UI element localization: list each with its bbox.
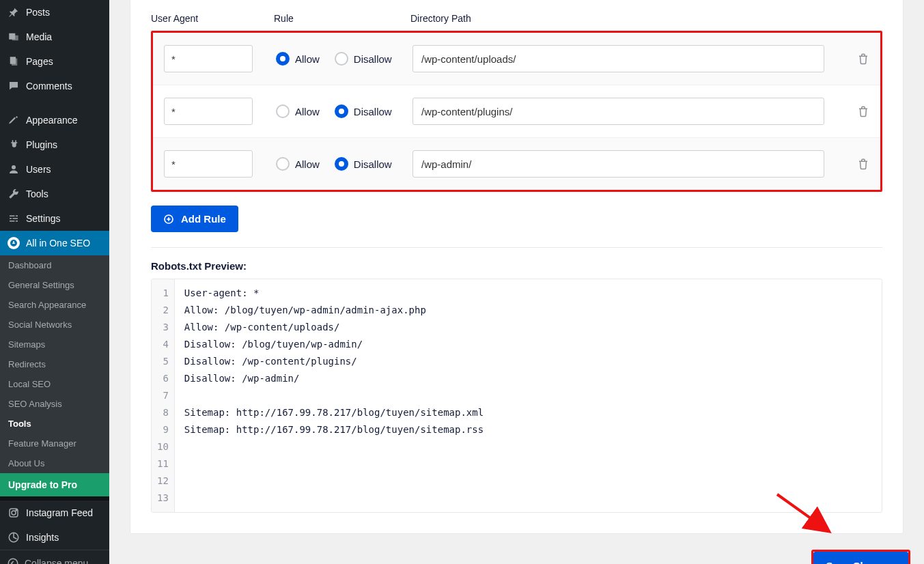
nav-users[interactable]: Users bbox=[0, 157, 109, 182]
user-agent-input[interactable] bbox=[164, 150, 253, 178]
nav-label: Instagram Feed bbox=[26, 507, 93, 518]
nav-label: Settings bbox=[26, 213, 61, 224]
code-lines: User-agent: *Allow: /blog/tuyen/wp-admin… bbox=[175, 279, 493, 512]
collapse-icon bbox=[7, 557, 19, 564]
main-content: User Agent Rule Directory Path AllowDisa… bbox=[109, 0, 924, 564]
rule-disallow-radio[interactable]: Disallow bbox=[335, 52, 392, 66]
submenu-item[interactable]: Feature Manager bbox=[0, 434, 109, 453]
submenu-item[interactable]: About Us bbox=[0, 453, 109, 473]
nav-aioseo[interactable]: All in One SEO bbox=[0, 231, 109, 255]
robots-preview-label: Robots.txt Preview: bbox=[151, 260, 882, 272]
insights-icon bbox=[7, 531, 20, 544]
rule-allow-radio[interactable]: Allow bbox=[276, 104, 320, 118]
svg-point-7 bbox=[16, 510, 17, 511]
delete-rule-button[interactable] bbox=[846, 105, 880, 117]
nav-label: Pages bbox=[26, 56, 53, 67]
nav-posts[interactable]: Posts bbox=[0, 0, 109, 25]
rule-row: AllowDisallow bbox=[153, 33, 880, 85]
admin-sidebar: Posts Media Pages Comments Appearance Pl… bbox=[0, 0, 109, 564]
brush-icon bbox=[7, 113, 20, 127]
user-icon bbox=[7, 163, 20, 176]
submenu-item[interactable]: Redirects bbox=[0, 354, 109, 374]
user-agent-input[interactable] bbox=[164, 45, 253, 72]
submenu-item[interactable]: Dashboard bbox=[0, 255, 109, 275]
nav-label: All in One SEO bbox=[26, 238, 90, 249]
plug-icon bbox=[7, 138, 20, 152]
nav-label: Media bbox=[26, 31, 52, 42]
directory-path-input[interactable] bbox=[412, 45, 824, 72]
submenu-item[interactable]: Local SEO bbox=[0, 374, 109, 394]
nav-tools[interactable]: Tools bbox=[0, 182, 109, 206]
nav-label: Insights bbox=[26, 532, 59, 543]
wrench-icon bbox=[7, 187, 20, 201]
nav-label: Users bbox=[26, 164, 51, 175]
rule-disallow-radio[interactable]: Disallow bbox=[335, 104, 392, 118]
svg-point-4 bbox=[12, 165, 16, 169]
submenu-item[interactable]: Tools bbox=[0, 414, 109, 434]
user-agent-input[interactable] bbox=[164, 98, 253, 125]
media-icon bbox=[7, 30, 20, 44]
add-rule-label: Add Rule bbox=[181, 213, 226, 225]
nav-insights[interactable]: Insights bbox=[0, 525, 109, 550]
comments-icon bbox=[7, 79, 20, 93]
svg-point-6 bbox=[12, 511, 16, 515]
pin-icon bbox=[7, 5, 20, 19]
collapse-label: Collapse menu bbox=[25, 558, 88, 564]
save-changes-button[interactable]: Save Changes bbox=[813, 552, 908, 564]
nav-label: Comments bbox=[26, 81, 72, 91]
submenu-item[interactable]: General Settings bbox=[0, 275, 109, 295]
rule-row: AllowDisallow bbox=[153, 85, 880, 137]
col-header-user-agent: User Agent bbox=[151, 13, 274, 24]
sliders-icon bbox=[7, 212, 20, 225]
plus-circle-icon bbox=[163, 214, 174, 225]
nav-media[interactable]: Media bbox=[0, 25, 109, 49]
robots-preview: 12345678910111213 User-agent: *Allow: /b… bbox=[151, 279, 882, 513]
directory-path-input[interactable] bbox=[412, 150, 824, 178]
rule-row: AllowDisallow bbox=[153, 137, 880, 190]
col-header-rule: Rule bbox=[274, 13, 410, 24]
directory-path-input[interactable] bbox=[412, 98, 824, 125]
nav-appearance[interactable]: Appearance bbox=[0, 108, 109, 132]
line-gutter: 12345678910111213 bbox=[152, 279, 175, 512]
rules-table-header: User Agent Rule Directory Path bbox=[151, 13, 882, 31]
rule-disallow-radio[interactable]: Disallow bbox=[335, 157, 392, 171]
collapse-menu[interactable]: Collapse menu bbox=[0, 550, 109, 564]
nav-settings[interactable]: Settings bbox=[0, 206, 109, 231]
nav-comments[interactable]: Comments bbox=[0, 74, 109, 98]
save-changes-highlight: Save Changes bbox=[811, 550, 910, 564]
submenu-item[interactable]: SEO Analysis bbox=[0, 394, 109, 414]
rule-allow-radio[interactable]: Allow bbox=[276, 52, 320, 66]
nav-label: Tools bbox=[26, 188, 48, 199]
instagram-icon bbox=[7, 506, 20, 520]
pages-icon bbox=[7, 55, 20, 68]
nav-label: Appearance bbox=[26, 115, 78, 126]
nav-label: Plugins bbox=[26, 139, 57, 150]
nav-label: Posts bbox=[26, 7, 50, 18]
add-rule-button[interactable]: Add Rule bbox=[151, 206, 238, 232]
submenu-item[interactable]: Search Appearance bbox=[0, 295, 109, 315]
svg-rect-1 bbox=[12, 36, 18, 41]
rules-highlight: AllowDisallowAllowDisallowAllowDisallow bbox=[151, 31, 882, 192]
aioseo-icon bbox=[7, 236, 20, 250]
submenu-item[interactable]: Sitemaps bbox=[0, 335, 109, 354]
delete-rule-button[interactable] bbox=[846, 53, 880, 65]
nav-pages[interactable]: Pages bbox=[0, 49, 109, 74]
upgrade-to-pro[interactable]: Upgrade to Pro bbox=[0, 473, 109, 496]
svg-rect-3 bbox=[12, 59, 17, 66]
col-header-directory-path: Directory Path bbox=[410, 13, 848, 24]
aioseo-submenu: DashboardGeneral SettingsSearch Appearan… bbox=[0, 255, 109, 473]
nav-instagram-feed[interactable]: Instagram Feed bbox=[0, 500, 109, 525]
rule-allow-radio[interactable]: Allow bbox=[276, 157, 320, 171]
robots-card: User Agent Rule Directory Path AllowDisa… bbox=[130, 0, 904, 534]
submenu-item[interactable]: Social Networks bbox=[0, 315, 109, 335]
nav-plugins[interactable]: Plugins bbox=[0, 132, 109, 157]
delete-rule-button[interactable] bbox=[846, 158, 880, 170]
